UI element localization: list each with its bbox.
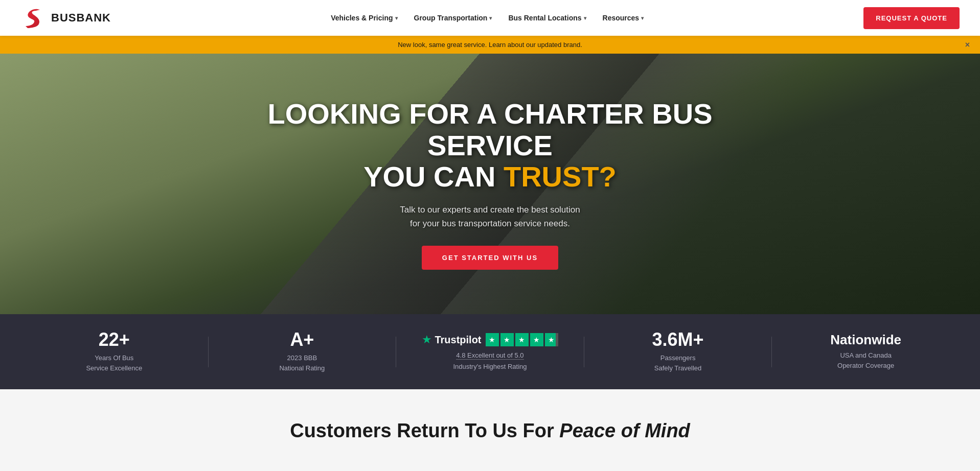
stat-passengers-label: Passengers Safely Travelled	[654, 353, 702, 373]
stat-divider	[208, 337, 209, 367]
trustpilot-star-2: ★	[500, 333, 514, 346]
chevron-down-icon: ▾	[641, 15, 644, 21]
stat-divider	[584, 337, 584, 367]
announcement-banner: New look, same great service. Learn abou…	[0, 36, 980, 54]
logo-link[interactable]: BUSBANK	[20, 6, 111, 30]
trustpilot-header: ★ Trustpilot ★ ★ ★ ★ ★	[422, 333, 558, 346]
stat-passengers: 3.6M+ Passengers Safely Travelled	[595, 331, 762, 373]
hero-section: LOOKING FOR A CHARTER BUS SERVICE YOU CA…	[0, 54, 980, 314]
chevron-down-icon: ▾	[395, 15, 398, 21]
stats-bar: 22+ Years Of Bus Service Excellence A+ 2…	[0, 314, 980, 389]
logo-text: BUSBANK	[51, 11, 111, 25]
nav-group-transportation[interactable]: Group Transportation ▾	[407, 10, 499, 26]
busbank-logo-icon	[20, 6, 45, 30]
trustpilot-rating-sub: Industry's Highest Rating	[453, 363, 527, 370]
banner-text: New look, same great service. Learn abou…	[398, 41, 582, 49]
stat-divider	[771, 337, 772, 367]
header: BUSBANK Vehicles & Pricing ▾ Group Trans…	[0, 0, 980, 36]
nav-bus-rental-locations[interactable]: Bus Rental Locations ▾	[501, 10, 593, 26]
stat-trustpilot: ★ Trustpilot ★ ★ ★ ★ ★ 4.8 Excellent out…	[406, 333, 574, 370]
hero-title: LOOKING FOR A CHARTER BUS SERVICE YOU CA…	[260, 98, 720, 193]
nav-resources[interactable]: Resources ▾	[596, 10, 651, 26]
chevron-down-icon: ▾	[489, 15, 492, 21]
trustpilot-star-5: ★	[545, 333, 558, 346]
trustpilot-star-1: ★	[486, 333, 499, 346]
stat-years: 22+ Years Of Bus Service Excellence	[31, 331, 198, 373]
chevron-down-icon: ▾	[584, 15, 586, 21]
trustpilot-star-3: ★	[515, 333, 529, 346]
stat-years-label: Years Of Bus Service Excellence	[86, 353, 142, 373]
banner-close-button[interactable]: ×	[965, 41, 970, 49]
stat-nationwide-value: Nationwide	[830, 333, 901, 346]
trustpilot-star-icon: ★	[422, 333, 432, 346]
get-started-button[interactable]: GET STARTED WITH US	[422, 246, 558, 270]
customers-title: Customers Return To Us For Peace of Mind	[20, 420, 960, 442]
stat-passengers-value: 3.6M+	[652, 331, 704, 349]
trustpilot-brand: Trustpilot	[435, 334, 481, 346]
customers-section: Customers Return To Us For Peace of Mind	[0, 389, 980, 471]
stat-bbb-label: 2023 BBB National Rating	[279, 353, 325, 373]
nav-vehicles-pricing[interactable]: Vehicles & Pricing ▾	[324, 10, 404, 26]
hero-subtitle: Talk to our experts and create the best …	[260, 203, 720, 230]
stat-bbb-value: A+	[290, 331, 314, 349]
stat-divider	[396, 337, 396, 367]
hero-content: LOOKING FOR A CHARTER BUS SERVICE YOU CA…	[250, 98, 731, 270]
request-quote-button[interactable]: REQUEST A QUOTE	[863, 7, 960, 29]
trustpilot-logo: ★ Trustpilot	[422, 333, 481, 346]
trustpilot-star-4: ★	[530, 333, 543, 346]
stat-bbb: A+ 2023 BBB National Rating	[219, 331, 386, 373]
trustpilot-rating-text[interactable]: 4.8 Excellent out of 5.0	[456, 351, 523, 360]
stat-nationwide-label: USA and Canada Operator Coverage	[837, 350, 894, 370]
stat-nationwide: Nationwide USA and Canada Operator Cover…	[782, 333, 949, 370]
main-nav: Vehicles & Pricing ▾ Group Transportatio…	[324, 10, 651, 26]
stat-years-value: 22+	[99, 331, 130, 349]
trustpilot-stars: ★ ★ ★ ★ ★	[486, 333, 558, 346]
